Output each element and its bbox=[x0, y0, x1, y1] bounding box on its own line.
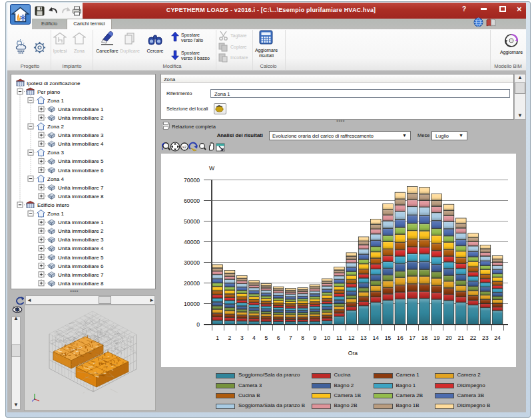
svg-text:1: 1 bbox=[216, 335, 219, 341]
svg-text:4: 4 bbox=[252, 335, 256, 341]
svg-text:3: 3 bbox=[240, 335, 244, 341]
svg-text:10000: 10000 bbox=[184, 301, 200, 307]
svg-text:5: 5 bbox=[264, 335, 268, 341]
svg-text:10: 10 bbox=[324, 335, 330, 341]
svg-text:22: 22 bbox=[470, 335, 477, 341]
svg-text:60000: 60000 bbox=[184, 198, 200, 204]
svg-text:70000: 70000 bbox=[184, 177, 200, 184]
svg-text:9: 9 bbox=[314, 335, 317, 341]
svg-text:12: 12 bbox=[348, 335, 355, 341]
svg-text:15: 15 bbox=[385, 335, 392, 341]
svg-text:19: 19 bbox=[433, 335, 440, 341]
svg-text:16: 16 bbox=[397, 335, 403, 341]
svg-text:20000: 20000 bbox=[184, 280, 200, 287]
svg-text:40000: 40000 bbox=[184, 239, 200, 245]
svg-text:11: 11 bbox=[336, 335, 342, 341]
svg-text:8: 8 bbox=[301, 335, 304, 341]
svg-text:x2: x2 bbox=[182, 145, 186, 149]
svg-text:0: 0 bbox=[196, 321, 200, 328]
svg-text:17: 17 bbox=[409, 335, 415, 341]
svg-text:30000: 30000 bbox=[184, 259, 200, 266]
svg-text:24: 24 bbox=[494, 335, 501, 341]
svg-text:21: 21 bbox=[458, 335, 465, 341]
svg-text:23: 23 bbox=[482, 335, 489, 341]
svg-text:20: 20 bbox=[445, 335, 452, 341]
svg-text:13: 13 bbox=[360, 335, 367, 341]
svg-text:6: 6 bbox=[277, 335, 280, 341]
svg-text:7: 7 bbox=[289, 335, 292, 341]
svg-text:50000: 50000 bbox=[184, 218, 200, 225]
svg-text:18: 18 bbox=[421, 335, 428, 341]
svg-text:14: 14 bbox=[373, 335, 380, 341]
svg-text:W: W bbox=[209, 165, 215, 172]
svg-text:Ora: Ora bbox=[348, 350, 358, 356]
svg-text:2: 2 bbox=[228, 335, 232, 341]
